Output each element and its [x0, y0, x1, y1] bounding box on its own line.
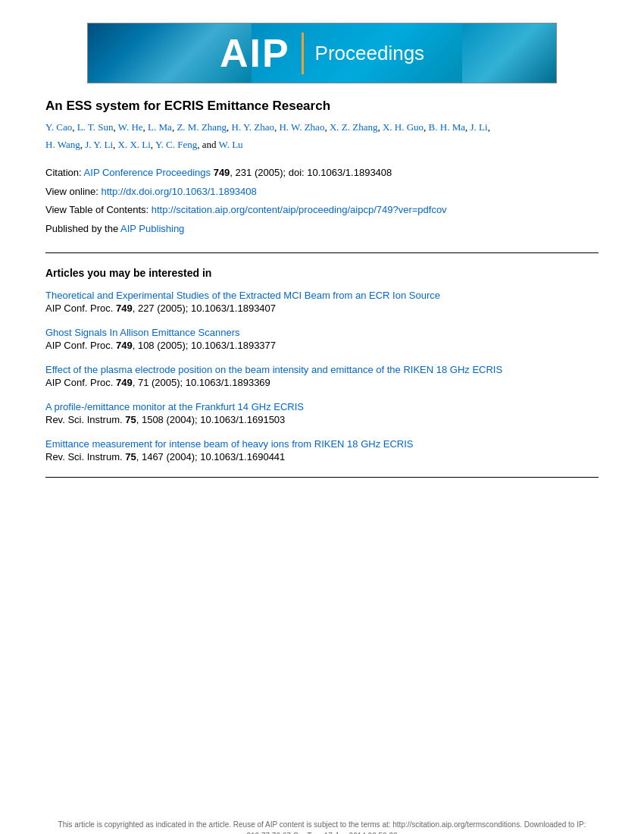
citation-journal-rest: 749, 231 (2005); doi: 10.1063/1.1893408 — [211, 167, 392, 178]
published-label: Published by the — [45, 223, 118, 234]
aip-header-banner: AIP Proceedings — [87, 23, 557, 83]
footer-line-2: 210.77.72.67 On: Tue, 17 Jun 2014 00:59:… — [30, 830, 614, 834]
published-line: Published by the AIP Publishing — [45, 220, 599, 239]
view-toc-label: View Table of Contents: — [45, 204, 152, 215]
recommended-article-3: Effect of the plasma electrode position … — [45, 364, 599, 389]
recommended-article-2-ref: AIP Conf. Proc. 749, 108 (2005); 10.1063… — [45, 340, 276, 351]
recommended-article-1-ref: AIP Conf. Proc. 749, 227 (2005); 10.1063… — [45, 303, 276, 314]
recommended-article-2-link[interactable]: Ghost Signals In Allison Emittance Scann… — [45, 327, 599, 338]
banner-divider — [302, 33, 304, 74]
recommended-article-4-link[interactable]: A profile-/emittance monitor at the Fran… — [45, 401, 599, 412]
authors-line-1: Y. Cao, L. T. Sun, W. He, L. Ma, Z. M. Z… — [45, 120, 599, 135]
aip-logo-text: AIP — [220, 30, 290, 76]
author-xz-zhang[interactable]: X. Z. Zhang — [330, 121, 378, 133]
recommended-article-5: Emittance measurement for intense beam o… — [45, 438, 599, 463]
recommended-article-3-link[interactable]: Effect of the plasma electrode position … — [45, 364, 599, 375]
author-lt-sun[interactable]: L. T. Sun — [77, 121, 114, 133]
citation-block: Citation: AIP Conference Proceedings 749… — [45, 164, 599, 239]
recommended-article-5-ref: Rev. Sci. Instrum. 75, 1467 (2004); 10.1… — [45, 451, 285, 462]
author-zm-zhang[interactable]: Z. M. Zhang — [177, 121, 227, 133]
recommended-article-4-ref: Rev. Sci. Instrum. 75, 1508 (2004); 10.1… — [45, 414, 285, 425]
author-w-lu[interactable]: W. Lu — [219, 139, 243, 150]
author-y-cao[interactable]: Y. Cao — [45, 121, 72, 133]
journal-link[interactable]: AIP Conference Proceedings — [84, 167, 211, 178]
recommended-article-1-link[interactable]: Theoretical and Experimental Studies of … — [45, 290, 599, 301]
author-j-li[interactable]: J. Li — [470, 121, 488, 133]
recommended-article-2: Ghost Signals In Allison Emittance Scann… — [45, 327, 599, 352]
citation-line: Citation: AIP Conference Proceedings 749… — [45, 164, 599, 183]
toc-link[interactable]: http://scitation.aip.org/content/aip/pro… — [152, 204, 447, 215]
recommended-article-5-link[interactable]: Emittance measurement for intense beam o… — [45, 438, 599, 450]
recommended-section-title: Articles you may be interested in — [45, 267, 599, 279]
author-w-he[interactable]: W. He — [118, 121, 143, 133]
doi-link[interactable]: http://dx.doi.org/10.1063/1.1893408 — [102, 186, 257, 197]
page-container: AIP Proceedings An ESS system for ECRIS … — [0, 23, 644, 834]
author-jy-li[interactable]: J. Y. Li — [85, 139, 113, 150]
bottom-divider — [45, 477, 599, 478]
author-xh-guo[interactable]: X. H. Guo — [383, 121, 424, 133]
author-hw-zhao[interactable]: H. W. Zhao — [279, 121, 324, 133]
view-online-label: View online: — [45, 186, 98, 197]
author-bh-ma[interactable]: B. H. Ma — [429, 121, 465, 133]
recommended-article-4: A profile-/emittance monitor at the Fran… — [45, 401, 599, 426]
view-toc-line: View Table of Contents: http://scitation… — [45, 201, 599, 220]
article-title: An ESS system for ECRIS Emittance Resear… — [45, 99, 599, 114]
author-h-wang[interactable]: H. Wang — [45, 139, 80, 150]
top-divider — [45, 252, 599, 253]
author-l-ma[interactable]: L. Ma — [148, 121, 172, 133]
aip-publishing-link[interactable]: AIP Publishing — [120, 223, 184, 234]
footer: This article is copyrighted as indicated… — [0, 819, 644, 834]
proceedings-text: Proceedings — [315, 42, 425, 65]
author-hy-zhao[interactable]: H. Y. Zhao — [232, 121, 274, 133]
main-content: An ESS system for ECRIS Emittance Resear… — [0, 99, 644, 478]
footer-line-1: This article is copyrighted as indicated… — [30, 819, 614, 830]
citation-label: Citation: — [45, 167, 82, 178]
author-xx-li[interactable]: X. X. Li — [118, 139, 151, 150]
view-online-line: View online: http://dx.doi.org/10.1063/1… — [45, 183, 599, 202]
recommended-article-3-ref: AIP Conf. Proc. 749, 71 (2005); 10.1063/… — [45, 377, 270, 388]
authors-line-2: H. Wang, J. Y. Li, X. X. Li, Y. C. Feng,… — [45, 137, 599, 152]
author-yc-feng[interactable]: Y. C. Feng — [155, 139, 197, 150]
recommended-article-1: Theoretical and Experimental Studies of … — [45, 290, 599, 315]
